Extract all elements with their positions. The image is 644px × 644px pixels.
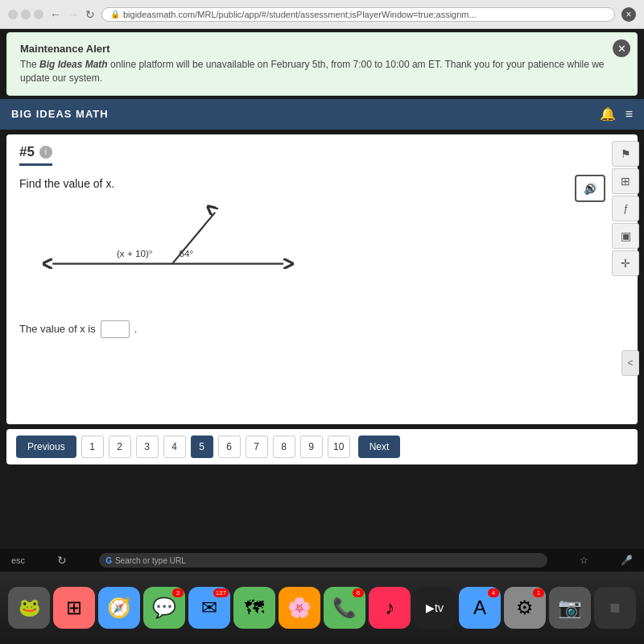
finder-icon: 🐸 bbox=[19, 597, 40, 618]
systemprefs-icon: ⚙ bbox=[516, 597, 534, 619]
dock-safari[interactable]: 🧭 bbox=[98, 587, 140, 629]
dock-mail[interactable]: ✉ 137 bbox=[188, 587, 230, 629]
answer-suffix: . bbox=[134, 323, 138, 335]
right-tools: ⚑ ⊞ ƒ ▣ ✛ bbox=[612, 141, 639, 276]
flag-tool-button[interactable]: ⚑ bbox=[612, 141, 639, 167]
photos-icon: 🌸 bbox=[287, 597, 312, 619]
appstore-badge: 4 bbox=[488, 588, 499, 597]
main-content: ⚑ ⊞ ƒ ▣ ✛ #5 i 🔊⊘ Find the value of x. bbox=[6, 134, 638, 424]
page-button-10[interactable]: 10 bbox=[328, 436, 350, 458]
alert-body: The Big Ideas Math online platform will … bbox=[20, 58, 605, 85]
page-button-8[interactable]: 8 bbox=[273, 436, 295, 458]
browser-window-controls bbox=[8, 10, 43, 19]
answer-area: The value of x is . bbox=[19, 320, 625, 338]
geometry-diagram: (x + 10)° 64° bbox=[35, 203, 309, 308]
dock-other[interactable]: ■ bbox=[594, 587, 636, 629]
page-button-4[interactable]: 4 bbox=[163, 436, 186, 458]
page-button-6[interactable]: 6 bbox=[218, 436, 241, 458]
url-text: bigideasmath.com/MRL/public/app/#/studen… bbox=[123, 10, 477, 19]
other-icon: ■ bbox=[609, 597, 620, 618]
dock-appletv[interactable]: ▶tv bbox=[414, 587, 456, 629]
alert-brand: Big Ideas Math bbox=[39, 59, 108, 70]
svg-text:(x + 10)°: (x + 10)° bbox=[117, 248, 153, 258]
alert-body-suffix: online platform will be unavailable on F… bbox=[20, 59, 604, 84]
camera-icon: 📷 bbox=[558, 597, 582, 619]
page-button-9[interactable]: 9 bbox=[300, 436, 323, 458]
question-tab: #5 i bbox=[19, 144, 52, 166]
calculator-tool-button[interactable]: ⊞ bbox=[612, 168, 639, 194]
address-bar[interactable]: 🔒 bigideasmath.com/MRL/public/app/#/stud… bbox=[101, 7, 615, 22]
calendar-icon: ▣ bbox=[621, 229, 631, 242]
launchpad-icon: ⊞ bbox=[66, 597, 82, 619]
refresh-button[interactable]: ↻ bbox=[85, 8, 95, 21]
calendar-tool-button[interactable]: ▣ bbox=[612, 223, 639, 249]
maps-icon: 🗺 bbox=[245, 597, 264, 619]
bell-icon[interactable]: 🔔 bbox=[600, 106, 616, 122]
dock-music[interactable]: ♪ bbox=[369, 587, 411, 629]
close-window-btn[interactable] bbox=[8, 10, 18, 19]
minimize-window-btn[interactable] bbox=[21, 10, 31, 19]
page-button-2[interactable]: 2 bbox=[109, 436, 131, 458]
maintenance-alert: Maintenance Alert The Big Ideas Math onl… bbox=[6, 32, 638, 96]
refresh-icon: ↻ bbox=[57, 554, 67, 567]
search-placeholder: Search or type URL bbox=[115, 556, 186, 565]
star-icon: ☆ bbox=[580, 555, 588, 566]
ssl-lock-icon: 🔒 bbox=[110, 10, 120, 19]
page-button-7[interactable]: 7 bbox=[246, 436, 268, 458]
formula-tool-button[interactable]: ƒ bbox=[612, 196, 639, 221]
answer-prefix: The value of x is bbox=[19, 323, 96, 335]
question-text: Find the value of x. bbox=[19, 177, 625, 190]
appstore-icon: A bbox=[473, 597, 486, 619]
mic-icon: 🎤 bbox=[621, 555, 633, 566]
page-button-3[interactable]: 3 bbox=[136, 436, 159, 458]
facetime-badge: 6 bbox=[353, 588, 364, 597]
collapse-sidebar-button[interactable]: < bbox=[621, 350, 639, 376]
media-button[interactable]: 🔊⊘ bbox=[575, 175, 605, 202]
back-button[interactable]: ← bbox=[50, 8, 61, 21]
accessibility-icon: ✛ bbox=[621, 257, 630, 270]
mail-icon: ✉ bbox=[201, 597, 217, 619]
page-button-1[interactable]: 1 bbox=[81, 436, 104, 458]
dock-facetime[interactable]: 📞 6 bbox=[324, 587, 365, 629]
appletv-icon: ▶tv bbox=[426, 601, 444, 614]
header-icons: 🔔 ≡ bbox=[600, 106, 633, 122]
profile-button[interactable]: × bbox=[621, 7, 636, 22]
navigation-bar: Previous 1 2 3 4 5 6 7 8 9 10 Next bbox=[6, 429, 638, 464]
browser-chrome: ← → ↻ 🔒 bigideasmath.com/MRL/public/app/… bbox=[0, 0, 644, 29]
mac-dock: 🐸 ⊞ 🧭 💬 3 ✉ 137 🗺 🌸 📞 6 ♪ ▶tv A 4 ⚙ 1 📷 … bbox=[0, 572, 644, 644]
messages-badge: 3 bbox=[172, 588, 184, 597]
dock-appstore[interactable]: A 4 bbox=[459, 587, 501, 629]
facetime-icon: 📞 bbox=[332, 597, 357, 619]
safari-icon: 🧭 bbox=[107, 597, 131, 619]
next-button[interactable]: Next bbox=[358, 436, 401, 458]
mute-icon: 🔊⊘ bbox=[584, 182, 597, 195]
flag-icon: ⚑ bbox=[621, 147, 631, 160]
close-alert-button[interactable]: ✕ bbox=[613, 39, 630, 57]
accessibility-tool-button[interactable]: ✛ bbox=[612, 250, 639, 276]
dock-messages[interactable]: 💬 3 bbox=[143, 587, 185, 629]
info-icon[interactable]: i bbox=[39, 146, 52, 159]
maximize-window-btn[interactable] bbox=[34, 10, 43, 19]
url-search-bar[interactable]: G Search or type URL bbox=[99, 553, 547, 568]
calc-icon: ⊞ bbox=[621, 175, 630, 188]
dock-launchpad[interactable]: ⊞ bbox=[53, 587, 95, 629]
page-button-5[interactable]: 5 bbox=[191, 436, 213, 458]
dock-camera[interactable]: 📷 bbox=[549, 587, 591, 629]
alert-title: Maintenance Alert bbox=[20, 43, 605, 55]
dock-finder[interactable]: 🐸 bbox=[8, 587, 50, 629]
dock-maps[interactable]: 🗺 bbox=[233, 587, 275, 629]
svg-text:64°: 64° bbox=[180, 248, 194, 258]
esc-key-label: esc bbox=[11, 555, 25, 565]
google-g-icon: G bbox=[105, 556, 112, 565]
menu-icon[interactable]: ≡ bbox=[625, 107, 633, 122]
dock-systemprefs[interactable]: ⚙ 1 bbox=[504, 587, 546, 629]
forward-button[interactable]: → bbox=[68, 8, 79, 21]
mail-badge: 137 bbox=[213, 588, 229, 597]
keyboard-bar: esc ↻ G Search or type URL ☆ 🎤 bbox=[0, 549, 644, 572]
answer-input[interactable] bbox=[101, 320, 130, 338]
alert-body-prefix: The bbox=[20, 59, 39, 70]
systemprefs-badge: 1 bbox=[533, 588, 544, 597]
question-number: #5 bbox=[19, 144, 35, 160]
dock-photos[interactable]: 🌸 bbox=[279, 587, 320, 629]
previous-button[interactable]: Previous bbox=[16, 436, 76, 458]
